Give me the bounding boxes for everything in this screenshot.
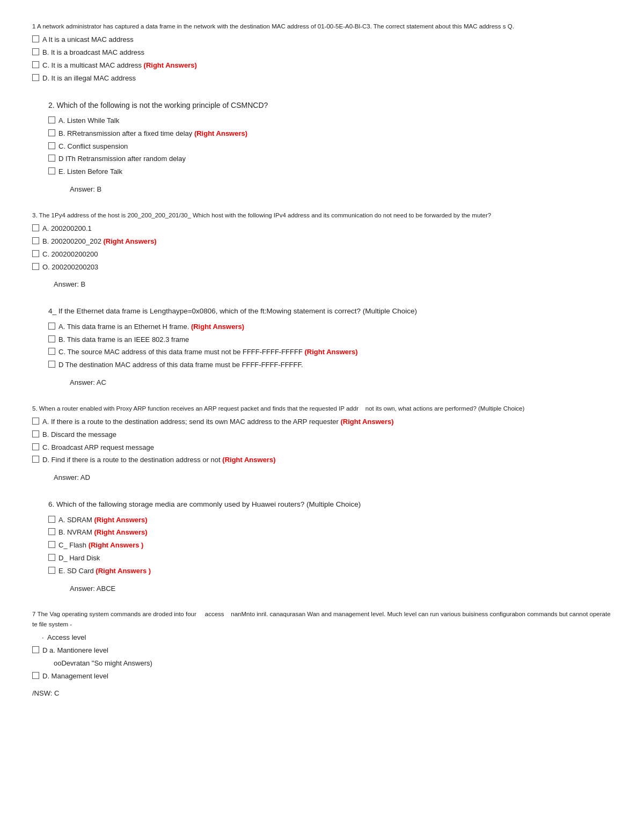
q2-label-a: A. Listen While Talk <box>58 115 119 127</box>
q4-checkbox-d[interactable] <box>48 361 55 368</box>
q5-label-a: A. If there is a route to the destinatio… <box>42 416 394 428</box>
question-4: 4_ If the Ethernet data frame is Lengtha… <box>32 305 612 389</box>
q3-right-answer-b: (Right Answers) <box>104 237 157 245</box>
q3-label-c: C. 200200200200 <box>42 249 98 260</box>
q1-option-a[interactable]: A It is a unicast MAC address <box>32 34 612 46</box>
q6-right-answer-a: (Right Answers) <box>94 516 147 524</box>
q5-right-answer-d: (Right Answers) <box>222 456 275 464</box>
q7-answer: /NSW: C <box>32 688 612 699</box>
question-5: 5. When a router enabled with Proxy ARP … <box>32 404 612 484</box>
q6-label-d: D_ Hard Disk <box>58 553 100 564</box>
q5-checkbox-a[interactable] <box>32 418 39 425</box>
q6-checkbox-e[interactable] <box>48 567 55 574</box>
q4-label-b: B. This data frame is an IEEE 802.3 fram… <box>58 334 189 346</box>
q2-option-a[interactable]: A. Listen While Talk <box>48 115 612 127</box>
q4-checkbox-a[interactable] <box>48 323 55 330</box>
q5-checkbox-b[interactable] <box>32 430 39 437</box>
q5-label-d: D. Find if there is a route to the desti… <box>42 455 276 466</box>
q2-right-answer-b: (Right Answers) <box>194 129 247 137</box>
q3-option-a[interactable]: A. 200200200.1 <box>32 223 612 235</box>
q5-label-c: C. Broadcast ARP request message <box>42 442 154 454</box>
q7-checkbox-c[interactable] <box>32 672 39 679</box>
q4-checkbox-c[interactable] <box>48 348 55 355</box>
q1-option-c[interactable]: C. It is a multicast MAC address (Right … <box>32 60 612 71</box>
q4-right-answer-a: (Right Answers) <box>191 323 244 331</box>
q7-checkbox-b[interactable] <box>32 646 39 653</box>
q6-right-answer-b: (Right Answers) <box>94 528 147 536</box>
q2-checkbox-c[interactable] <box>48 142 55 149</box>
q6-option-d[interactable]: D_ Hard Disk <box>48 553 612 564</box>
q4-label-d: D The destination MAC address of this da… <box>58 360 303 371</box>
q2-answer: Answer: B <box>48 184 612 195</box>
q5-option-a[interactable]: A. If there is a route to the destinatio… <box>32 416 612 428</box>
q5-option-b[interactable]: B. Discard the message <box>32 429 612 441</box>
q1-label-b: B. It is a broadcast MAC address <box>42 47 144 59</box>
q4-text: 4_ If the Ethernet data frame is Lengtha… <box>48 305 612 317</box>
q3-checkbox-c[interactable] <box>32 250 39 257</box>
q7-label-b: D a. Mantionere level <box>42 645 108 656</box>
q4-option-c[interactable]: C. The source MAC address of this data f… <box>48 347 612 358</box>
q1-checkbox-c[interactable] <box>32 61 39 68</box>
q3-option-d[interactable]: O. 200200200203 <box>32 262 612 273</box>
q2-option-e[interactable]: E. Listen Before Talk <box>48 166 612 178</box>
q3-checkbox-a[interactable] <box>32 224 39 231</box>
q2-text: 2. Which of the following is not the wor… <box>48 99 612 111</box>
q4-option-b[interactable]: B. This data frame is an IEEE 802.3 fram… <box>48 334 612 346</box>
q5-option-d[interactable]: D. Find if there is a route to the desti… <box>32 455 612 466</box>
q5-option-c[interactable]: C. Broadcast ARP request message <box>32 442 612 454</box>
q7-option-ba: ooDevratan "So might Answers) <box>32 658 612 669</box>
q2-checkbox-a[interactable] <box>48 116 55 123</box>
q3-label-d: O. 200200200203 <box>42 262 98 273</box>
q1-label-c: C. It is a multicast MAC address (Right … <box>42 60 197 71</box>
q5-answer: Answer: AD <box>32 472 612 484</box>
q7-option-a[interactable]: · Access level <box>32 632 612 644</box>
q6-option-e[interactable]: E. SD Card (Right Answers ) <box>48 566 612 577</box>
q2-option-b[interactable]: B. RRetransmission after a fixed time de… <box>48 128 612 140</box>
q5-text: 5. When a router enabled with Proxy ARP … <box>32 404 612 413</box>
q5-right-answer-a: (Right Answers) <box>340 418 393 426</box>
q1-checkbox-b[interactable] <box>32 48 39 55</box>
q1-option-d[interactable]: D. It is an illegal MAC address <box>32 73 612 84</box>
q6-checkbox-d[interactable] <box>48 554 55 561</box>
q1-option-b[interactable]: B. It is a broadcast MAC address <box>32 47 612 59</box>
q6-right-answer-e: (Right Answers ) <box>96 567 151 575</box>
q2-checkbox-d[interactable] <box>48 155 55 162</box>
q7-text: 7 The Vag operating system commands are … <box>32 609 612 629</box>
q2-option-d[interactable]: D ITh Retransmission after random delay <box>48 154 612 165</box>
question-3: 3. The 1Py4 address of the host is 200_2… <box>32 210 612 290</box>
q6-label-a: A. SDRAM (Right Answers) <box>58 515 148 526</box>
q2-label-b: B. RRetransmission after a fixed time de… <box>58 128 247 140</box>
q6-checkbox-c[interactable] <box>48 541 55 548</box>
q5-checkbox-d[interactable] <box>32 456 39 463</box>
q1-checkbox-a[interactable] <box>32 35 39 42</box>
q3-option-c[interactable]: C. 200200200200 <box>32 249 612 260</box>
q7-option-b[interactable]: D a. Mantionere level <box>32 645 612 656</box>
q6-option-a[interactable]: A. SDRAM (Right Answers) <box>48 515 612 526</box>
q7-option-c[interactable]: D. Management level <box>32 671 612 682</box>
q6-option-c[interactable]: C_ Flash (Right Answers ) <box>48 540 612 551</box>
q3-checkbox-d[interactable] <box>32 263 39 270</box>
q6-checkbox-a[interactable] <box>48 516 55 523</box>
q1-text: 1 A network administrator has captured a… <box>32 21 612 31</box>
q6-option-b[interactable]: B. NVRAM (Right Answers) <box>48 527 612 538</box>
q3-checkbox-b[interactable] <box>32 237 39 244</box>
q3-text: 3. The 1Py4 address of the host is 200_2… <box>32 210 612 220</box>
q4-right-answer-c: (Right Answers) <box>304 348 357 356</box>
q6-right-answer-c: (Right Answers ) <box>89 541 144 549</box>
q2-option-c[interactable]: C. Conflict suspension <box>48 141 612 152</box>
q5-checkbox-c[interactable] <box>32 443 39 450</box>
question-1: 1 A network administrator has captured a… <box>32 21 612 84</box>
q7-label-ba: ooDevratan "So might Answers) <box>54 658 152 669</box>
question-2: 2. Which of the following is not the wor… <box>32 99 612 195</box>
q2-label-e: E. Listen Before Talk <box>58 166 122 178</box>
q1-checkbox-d[interactable] <box>32 74 39 81</box>
q6-checkbox-b[interactable] <box>48 528 55 535</box>
q4-checkbox-b[interactable] <box>48 335 55 342</box>
q2-checkbox-e[interactable] <box>48 167 55 174</box>
q6-label-e: E. SD Card (Right Answers ) <box>58 566 151 577</box>
q3-option-b[interactable]: B. 200200200_202 (Right Answers) <box>32 236 612 247</box>
q2-checkbox-b[interactable] <box>48 129 55 136</box>
q5-label-b: B. Discard the message <box>42 429 116 441</box>
q4-option-d[interactable]: D The destination MAC address of this da… <box>48 360 612 371</box>
q4-option-a[interactable]: A. This data frame is an Ethernet H fram… <box>48 321 612 333</box>
